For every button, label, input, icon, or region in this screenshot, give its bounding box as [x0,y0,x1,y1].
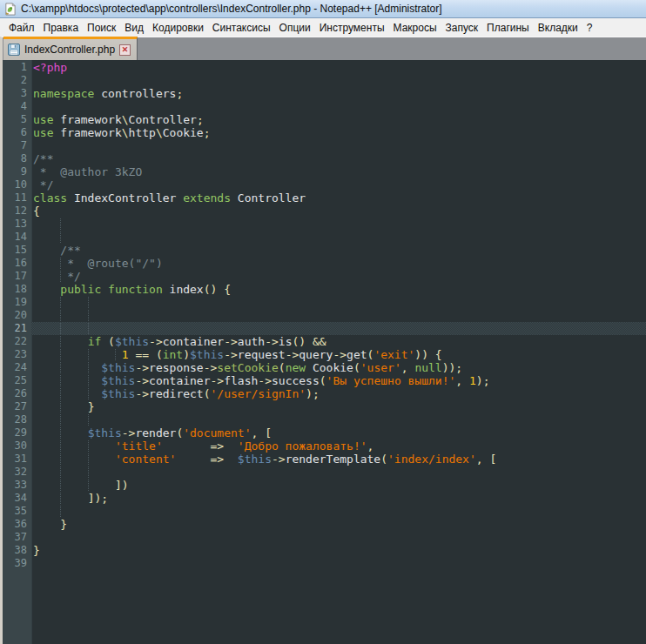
app-icon [3,3,17,16]
code-line-25[interactable]: 25 $this->container->flash->success('Вы … [3,374,646,387]
token-id [33,361,101,374]
code-line-38[interactable]: 38} [3,544,646,557]
code-line-21[interactable]: 21 [3,322,646,335]
tab-indexcontroller-php[interactable]: IndexController.php ✕ [3,37,138,60]
token-id: framework [53,113,121,126]
code-line-4[interactable]: 4 [3,100,646,113]
line-number: 3 [3,87,31,100]
code-text: * @author 3kZO [31,165,646,178]
line-number: 10 [3,178,31,191]
code-line-6[interactable]: 6use framework\http\Cookie; [3,126,646,139]
token-id: container [149,374,210,387]
code-line-39[interactable]: 39 [3,557,646,570]
menu-item-6[interactable]: Опции [275,19,315,37]
code-line-9[interactable]: 9 * @author 3kZO [3,165,646,178]
close-tab-icon[interactable]: ✕ [119,44,131,56]
menu-item-5[interactable]: Синтаксисы [208,19,275,37]
code-line-29[interactable]: 29 $this->render('document', [ [3,426,646,439]
code-line-23[interactable]: 23 1 == (int)$this->request->query->get(… [3,348,646,361]
code-line-5[interactable]: 5use framework\Controller; [3,113,646,126]
code-text [31,466,646,479]
line-number: 27 [3,400,31,413]
code-text: 'content' => $this->renderTemplate('inde… [31,453,646,466]
menu-item-1[interactable]: Правка [39,19,84,37]
code-line-28[interactable]: 28 [3,413,646,426]
code-text: class IndexController extends Controller [31,191,646,205]
title-bar: C:\xampp\htdocs\protected\app\controller… [0,0,646,18]
menu-item-4[interactable]: Кодировки [148,19,208,37]
code-text: $this->response->setCookie(new Cookie('u… [31,361,646,374]
code-line-13[interactable]: 13 [3,218,646,231]
token-str: 'content' [115,453,176,466]
code-line-35[interactable]: 35 [3,505,646,518]
token-var: $this [190,348,224,361]
code-line-11[interactable]: 11class IndexController extends Controll… [3,191,646,205]
code-line-16[interactable]: 16 * @route("/") [3,257,646,270]
editor-lines: 1<?php23namespace controllers;45use fram… [3,61,646,570]
code-line-7[interactable]: 7 [3,139,646,152]
code-line-18[interactable]: 18 public function index() { [3,283,646,296]
code-text: /** [31,152,646,165]
menu-item-11[interactable]: Вкладки [534,19,582,37]
token-com: * @route("/") [33,257,163,270]
code-line-24[interactable]: 24 $this->response->setCookie(new Cookie… [3,361,646,374]
code-line-3[interactable]: 3namespace controllers; [3,87,646,100]
code-line-12[interactable]: 12{ [3,205,646,218]
code-line-22[interactable]: 22 if ($this->container->auth->is() && [3,335,646,348]
code-editor[interactable]: 1<?php23namespace controllers;45use fram… [0,60,646,644]
code-line-30[interactable]: 30 'title' => 'Добро пожаловать!', [3,439,646,453]
line-number: 5 [3,113,31,126]
indent-guide [60,336,61,347]
code-line-17[interactable]: 17 */ [3,270,646,283]
code-line-14[interactable]: 14 [3,231,646,244]
menu-item-8[interactable]: Макросы [389,19,441,37]
token-id [33,439,115,453]
token-id: success [272,374,320,387]
token-id [33,348,122,361]
token-fn: setCookie [217,361,278,374]
token-op: -> [149,335,163,348]
menu-item-3[interactable]: Вид [120,19,148,37]
menu-item-9[interactable]: Запуск [441,19,483,37]
token-str: 'Вы успешно вышли!' [326,374,456,387]
token-com: * @author 3kZO [33,165,142,178]
token-op: \ [156,126,163,139]
code-text [31,100,646,113]
indent-guide [88,440,89,452]
code-line-33[interactable]: 33 ]) [3,479,646,492]
line-number: 39 [3,557,31,570]
code-line-2[interactable]: 2 [3,74,646,87]
menu-item-12[interactable]: ? [582,19,597,37]
indent-guide [60,480,61,491]
token-op: -> [265,335,279,348]
code-line-8[interactable]: 8/** [3,152,646,165]
menu-item-0[interactable]: Файл [4,19,39,37]
code-line-27[interactable]: 27 } [3,400,646,413]
code-line-37[interactable]: 37 [3,531,646,544]
line-number: 13 [3,218,31,231]
menu-item-7[interactable]: Инструменты [315,19,389,37]
code-line-10[interactable]: 10 */ [3,178,646,191]
code-line-26[interactable]: 26 $this->redirect('/user/signIn'); [3,387,646,400]
code-line-20[interactable]: 20 [3,309,646,322]
token-op: -> [135,387,149,400]
indent-guide [60,414,61,426]
menu-item-2[interactable]: Поиск [83,19,120,37]
code-line-1[interactable]: 1<?php [3,61,646,74]
token-op: => [211,453,225,466]
indent-guide [88,375,89,386]
code-line-34[interactable]: 34 ]); [3,492,646,505]
code-line-19[interactable]: 19 [3,296,646,309]
token-id: render [135,426,176,439]
code-line-15[interactable]: 15 /** [3,244,646,257]
token-kw: extends [183,191,231,205]
code-line-32[interactable]: 32 [3,466,646,479]
token-op: )) { [414,348,441,361]
token-op: ( [156,348,163,361]
menu-item-10[interactable]: Плагины [482,19,534,37]
code-line-31[interactable]: 31 'content' => $this->renderTemplate('i… [3,453,646,466]
code-text [31,296,646,309]
token-op: ( [108,335,115,348]
token-op: -> [135,361,149,374]
code-line-36[interactable]: 36 } [3,518,646,531]
